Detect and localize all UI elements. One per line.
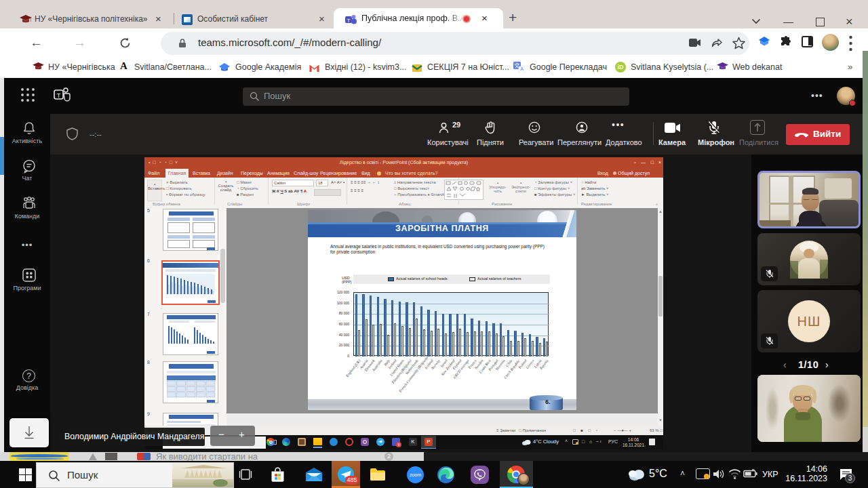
svg-text:T: T	[347, 18, 351, 24]
svg-text:T: T	[57, 92, 61, 99]
svg-text:A: A	[520, 66, 524, 71]
